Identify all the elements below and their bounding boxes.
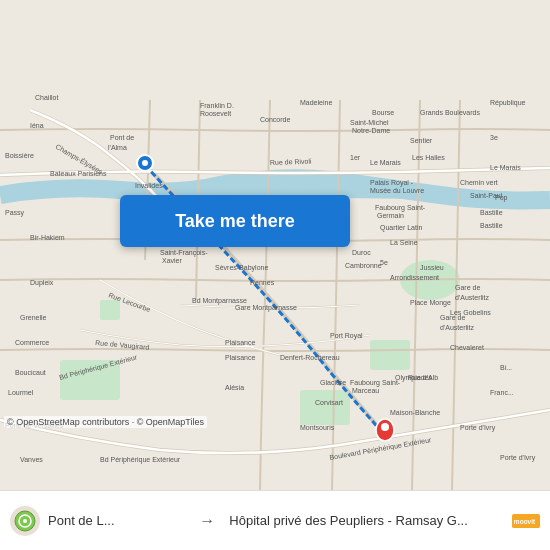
svg-text:Franc...: Franc... bbox=[490, 389, 514, 396]
svg-text:Bi...: Bi... bbox=[500, 364, 512, 371]
svg-text:Denfert-Rochereau: Denfert-Rochereau bbox=[280, 354, 340, 361]
svg-text:Glacière: Glacière bbox=[320, 379, 346, 386]
svg-text:Plaisance: Plaisance bbox=[225, 354, 255, 361]
svg-text:Bastille: Bastille bbox=[480, 209, 503, 216]
svg-text:République: République bbox=[490, 99, 526, 107]
svg-text:3e: 3e bbox=[490, 134, 498, 141]
svg-text:Chaillot: Chaillot bbox=[35, 94, 58, 101]
svg-text:Iéna: Iéna bbox=[30, 122, 44, 129]
svg-text:Faubourg Saint-: Faubourg Saint- bbox=[350, 379, 401, 387]
svg-text:Sentier: Sentier bbox=[410, 137, 433, 144]
svg-text:Saint-Paul: Saint-Paul bbox=[470, 192, 503, 199]
svg-text:Quartier Latin: Quartier Latin bbox=[380, 224, 423, 232]
svg-point-96 bbox=[381, 423, 389, 431]
svg-point-94 bbox=[142, 160, 148, 166]
svg-text:Concorde: Concorde bbox=[260, 116, 290, 123]
svg-rect-5 bbox=[300, 390, 350, 425]
svg-text:Bd Périphérique Extérieur: Bd Périphérique Extérieur bbox=[100, 456, 181, 464]
route-arrow: → bbox=[199, 512, 215, 530]
svg-text:Lourmel: Lourmel bbox=[8, 389, 34, 396]
svg-text:Rue de Rivoli: Rue de Rivoli bbox=[270, 158, 312, 166]
svg-text:Arrondissement: Arrondissement bbox=[390, 274, 439, 281]
svg-text:Grenelle: Grenelle bbox=[20, 314, 47, 321]
map-container: Rue de Rivoli Champs-Élysées Rue Lecourb… bbox=[0, 0, 550, 490]
svg-rect-2 bbox=[370, 340, 410, 370]
svg-text:Faubourg Saint-: Faubourg Saint- bbox=[375, 204, 426, 212]
svg-text:Alésia: Alésia bbox=[225, 384, 244, 391]
svg-text:Olympiades: Olympiades bbox=[395, 374, 432, 382]
svg-text:Marceau: Marceau bbox=[352, 387, 379, 394]
svg-text:Saint-Michel: Saint-Michel bbox=[350, 119, 389, 126]
svg-text:Maison-Blanche: Maison-Blanche bbox=[390, 409, 440, 416]
svg-text:Port Royal: Port Royal bbox=[330, 332, 363, 340]
svg-text:Boissière: Boissière bbox=[5, 152, 34, 159]
svg-text:Vanves: Vanves bbox=[20, 456, 43, 463]
svg-text:Jussieu: Jussieu bbox=[420, 264, 444, 271]
svg-text:Musée du Louvre: Musée du Louvre bbox=[370, 187, 424, 194]
svg-text:Grands Boulevards: Grands Boulevards bbox=[420, 109, 480, 116]
map-attribution: © OpenStreetMap contributors · © OpenMap… bbox=[4, 416, 207, 428]
svg-text:Rennes: Rennes bbox=[250, 279, 275, 286]
svg-text:Notre-Dame: Notre-Dame bbox=[352, 127, 390, 134]
svg-text:Pont de: Pont de bbox=[110, 134, 134, 141]
svg-text:Cambronne: Cambronne bbox=[345, 262, 382, 269]
svg-text:Chevaleret: Chevaleret bbox=[450, 344, 484, 351]
svg-text:moovit: moovit bbox=[514, 517, 536, 524]
svg-text:Bourse: Bourse bbox=[372, 109, 394, 116]
svg-text:Saint-François-: Saint-François- bbox=[160, 249, 208, 257]
take-me-there-label: Take me there bbox=[175, 211, 295, 232]
svg-text:Porte d'Ivry: Porte d'Ivry bbox=[460, 424, 496, 432]
svg-rect-3 bbox=[100, 300, 120, 320]
svg-text:Gare de: Gare de bbox=[455, 284, 480, 291]
svg-text:d'Austerlitz: d'Austerlitz bbox=[455, 294, 490, 301]
svg-text:Porte d'Ivry: Porte d'Ivry bbox=[500, 454, 536, 462]
svg-text:Le Marais: Le Marais bbox=[490, 164, 521, 171]
svg-text:l'Alma: l'Alma bbox=[108, 144, 127, 151]
moovit-logo: moovit bbox=[512, 507, 540, 535]
bottom-bar: Pont de L... → Hôpital privé des Peuplie… bbox=[0, 490, 550, 550]
svg-text:Sèvres-Babylone: Sèvres-Babylone bbox=[215, 264, 268, 272]
svg-text:Bastille: Bastille bbox=[480, 222, 503, 229]
svg-text:Passy: Passy bbox=[5, 209, 25, 217]
destination-label: Hôpital privé des Peupliers - Ramsay G..… bbox=[229, 513, 504, 528]
svg-text:Palais Royal -: Palais Royal - bbox=[370, 179, 414, 187]
svg-text:Duroc: Duroc bbox=[352, 249, 371, 256]
svg-point-99 bbox=[23, 519, 27, 523]
svg-text:Les Halles: Les Halles bbox=[412, 154, 445, 161]
svg-text:1er: 1er bbox=[350, 154, 361, 161]
svg-text:Commerce: Commerce bbox=[15, 339, 49, 346]
osm-logo bbox=[10, 506, 40, 536]
svg-text:Bateaux Parisiens: Bateaux Parisiens bbox=[50, 170, 107, 177]
svg-text:Corvisart: Corvisart bbox=[315, 399, 343, 406]
svg-text:Montsouris: Montsouris bbox=[300, 424, 335, 431]
svg-text:La Seine: La Seine bbox=[390, 239, 418, 246]
take-me-there-button[interactable]: Take me there bbox=[120, 195, 350, 247]
svg-text:Gare Montparnasse: Gare Montparnasse bbox=[235, 304, 297, 312]
svg-text:Invalides: Invalides bbox=[135, 182, 163, 189]
svg-text:Chemin vert: Chemin vert bbox=[460, 179, 498, 186]
svg-text:Bir-Hakiem: Bir-Hakiem bbox=[30, 234, 65, 241]
svg-text:Franklin D.: Franklin D. bbox=[200, 102, 234, 109]
svg-text:Boucicaut: Boucicaut bbox=[15, 369, 46, 376]
svg-text:Roosevelt: Roosevelt bbox=[200, 110, 231, 117]
svg-text:Germain: Germain bbox=[377, 212, 404, 219]
svg-text:Place Monge: Place Monge bbox=[410, 299, 451, 307]
svg-text:Gare de: Gare de bbox=[440, 314, 465, 321]
origin-label: Pont de L... bbox=[48, 513, 185, 528]
svg-text:Plaisance: Plaisance bbox=[225, 339, 255, 346]
svg-text:Xavier: Xavier bbox=[162, 257, 183, 264]
svg-text:Dupleix: Dupleix bbox=[30, 279, 54, 287]
svg-text:Madeleine: Madeleine bbox=[300, 99, 332, 106]
svg-text:d'Austerlitz: d'Austerlitz bbox=[440, 324, 475, 331]
svg-text:Le Marais: Le Marais bbox=[370, 159, 401, 166]
